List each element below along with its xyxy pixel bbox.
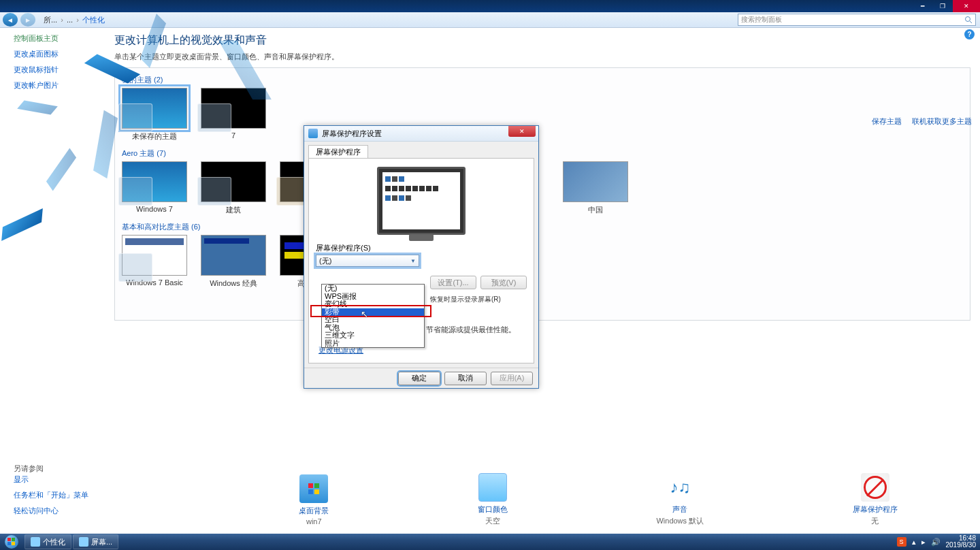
nav-forward-button[interactable]: ► bbox=[20, 13, 35, 27]
system-tray: S ▴ ▸ 🔊 16:48 2019/8/30 bbox=[897, 535, 981, 549]
minimize-button[interactable]: ━ bbox=[912, 0, 932, 12]
sidebar-link-account-pic[interactable]: 更改帐户图片 bbox=[14, 80, 105, 91]
screensaver-field-label: 屏幕保护程序(S) bbox=[316, 243, 527, 253]
screensaver-settings-dialog: 屏幕保护程序设置 ✕ 屏幕保护程序 屏幕保护程序(S) (无) ▼ 设置(T).… bbox=[304, 125, 539, 389]
dropdown-option[interactable]: 变幻线 bbox=[322, 300, 424, 308]
theme-label: Windows 经典 bbox=[201, 278, 266, 289]
taskbar-item-label: 屏幕... bbox=[91, 537, 112, 547]
sidebar-related-taskbar[interactable]: 任务栏和「开始」菜单 bbox=[14, 490, 88, 500]
search-input[interactable]: 搜索控制面板 bbox=[738, 14, 976, 26]
svg-rect-5 bbox=[314, 489, 319, 494]
start-button[interactable] bbox=[0, 534, 23, 550]
apply-button[interactable]: 应用(A) bbox=[491, 372, 533, 385]
theme-thumbnail bbox=[201, 88, 266, 129]
preview-monitor bbox=[377, 167, 466, 235]
theme-item[interactable]: 7 bbox=[201, 88, 266, 140]
sidebar-related-ease[interactable]: 轻松访问中心 bbox=[14, 506, 88, 516]
dialog-close-button[interactable]: ✕ bbox=[508, 126, 536, 137]
theme-panel[interactable]: 我的主题 (2) 未保存的主题 7 Aero 主题 (7) Wind bbox=[114, 67, 970, 321]
sidebar-home-link[interactable]: 控制面板主页 bbox=[14, 33, 105, 44]
sidebar-link-pointer[interactable]: 更改鼠标指针 bbox=[14, 65, 105, 75]
tray-clock[interactable]: 16:48 2019/8/30 bbox=[946, 535, 977, 549]
bottom-quicklinks: 桌面背景 win7 窗口颜色 天空 ♪♫ 声音 Windows 默认 屏幕保护程… bbox=[225, 471, 972, 528]
theme-item[interactable]: 建筑 bbox=[201, 161, 266, 215]
dialog-tab[interactable]: 屏幕保护程序 bbox=[308, 145, 368, 159]
dropdown-option[interactable]: 三维文字 bbox=[322, 331, 424, 340]
dialog-titlebar[interactable]: 屏幕保护程序设置 ✕ bbox=[304, 126, 538, 142]
theme-label: 未保存的主题 bbox=[122, 131, 187, 142]
dropdown-option[interactable]: WPS画报 bbox=[322, 293, 424, 301]
close-button[interactable]: ✕ bbox=[953, 0, 980, 12]
windows-logo-icon bbox=[7, 538, 16, 546]
group-my-themes: 我的主题 (2) bbox=[122, 75, 963, 85]
quicklink-desktop-bg[interactable]: 桌面背景 win7 bbox=[299, 474, 329, 525]
quicklink-window-color[interactable]: 窗口颜色 天空 bbox=[478, 473, 508, 526]
dropdown-option[interactable]: (无) bbox=[322, 285, 424, 293]
resume-checkbox-label[interactable]: 恢复时显示登录屏幕(R) bbox=[430, 295, 501, 304]
cursor-icon: ↖ bbox=[361, 309, 368, 319]
ok-button[interactable]: 确定 bbox=[398, 372, 440, 385]
quicklink-sound[interactable]: ♪♫ 声音 Windows 默认 bbox=[656, 473, 704, 526]
address-toolbar: ◄ ► 所... › ... › 个性化 搜索控制面板 bbox=[0, 12, 980, 28]
taskbar-item[interactable]: 屏幕... bbox=[73, 534, 118, 549]
dialog-title: 屏幕保护程序设置 bbox=[322, 129, 382, 139]
dialog-icon bbox=[308, 129, 318, 138]
theme-item[interactable]: Windows 经典 bbox=[201, 235, 266, 289]
quicklink-screensaver[interactable]: 屏幕保护程序 无 bbox=[853, 473, 898, 526]
dropdown-option[interactable]: 空白 bbox=[322, 316, 424, 324]
preview-button[interactable]: 预览(V) bbox=[480, 276, 527, 289]
link-save-theme[interactable]: 保存主题 bbox=[872, 117, 902, 125]
group-basic-themes: 基本和高对比度主题 (6) bbox=[122, 222, 963, 232]
sidebar-related-display[interactable]: 显示 bbox=[14, 474, 88, 485]
cancel-button[interactable]: 取消 bbox=[444, 372, 487, 385]
sidebar: 控制面板主页 更改桌面图标 更改鼠标指针 更改帐户图片 另请参阅 显示 任务栏和… bbox=[0, 28, 109, 534]
svg-rect-6 bbox=[7, 538, 11, 541]
breadcrumb-part[interactable]: 所... bbox=[44, 16, 57, 24]
quicklink-label: 桌面背景 bbox=[299, 506, 329, 516]
tray-up-icon[interactable]: ▴ bbox=[912, 538, 916, 547]
theme-thumbnail bbox=[201, 235, 266, 276]
link-online-themes[interactable]: 联机获取更多主题 bbox=[912, 117, 972, 125]
theme-item[interactable]: 未保存的主题 bbox=[122, 88, 187, 142]
screensaver-combobox[interactable]: (无) ▼ bbox=[316, 255, 419, 267]
theme-row: Windows 7 建筑 人物 中国 bbox=[122, 161, 963, 215]
svg-line-1 bbox=[970, 21, 972, 23]
svg-rect-4 bbox=[308, 489, 313, 494]
quicklink-value: 天空 bbox=[478, 516, 508, 526]
breadcrumb-current[interactable]: 个性化 bbox=[82, 16, 105, 24]
dropdown-option[interactable]: 照片 bbox=[322, 340, 424, 348]
breadcrumb-separator: › bbox=[76, 16, 79, 24]
theme-item[interactable]: Windows 7 Basic bbox=[122, 235, 187, 287]
theme-label: Windows 7 bbox=[122, 205, 187, 213]
maximize-button[interactable]: ❐ bbox=[932, 0, 953, 12]
action-center-icon[interactable]: ▸ bbox=[921, 538, 926, 547]
breadcrumb-part[interactable]: ... bbox=[67, 16, 73, 24]
quicklink-value: 无 bbox=[853, 516, 898, 526]
breadcrumb[interactable]: 所... › ... › 个性化 bbox=[44, 15, 105, 25]
theme-item[interactable]: 中国 bbox=[563, 161, 628, 215]
clock-date: 2019/8/30 bbox=[946, 542, 977, 549]
dropdown-option[interactable]: 气泡 bbox=[322, 324, 424, 332]
svg-rect-7 bbox=[12, 538, 15, 541]
volume-icon[interactable]: 🔊 bbox=[931, 538, 941, 547]
ime-icon[interactable]: S bbox=[897, 537, 906, 547]
search-icon bbox=[964, 16, 973, 24]
dropdown-option-selected[interactable]: 彩带 bbox=[322, 308, 424, 317]
search-placeholder: 搜索控制面板 bbox=[741, 15, 782, 25]
quicklink-value: win7 bbox=[299, 517, 329, 525]
taskbar-item[interactable]: 个性化 bbox=[24, 534, 71, 549]
theme-thumbnail bbox=[122, 88, 187, 129]
quicklink-value: Windows 默认 bbox=[656, 516, 704, 526]
theme-label: 7 bbox=[201, 131, 266, 140]
chevron-down-icon: ▼ bbox=[410, 258, 416, 264]
quicklink-label: 屏幕保护程序 bbox=[853, 504, 898, 515]
theme-item[interactable]: Windows 7 bbox=[122, 161, 187, 213]
sidebar-link-icons[interactable]: 更改桌面图标 bbox=[14, 49, 105, 59]
settings-button[interactable]: 设置(T)... bbox=[430, 276, 476, 289]
screensaver-dropdown-list[interactable]: (无) WPS画报 变幻线 彩带 空白 气泡 三维文字 照片 bbox=[321, 284, 425, 348]
page-title: 更改计算机上的视觉效果和声音 bbox=[114, 33, 970, 48]
quicklink-label: 窗口颜色 bbox=[478, 504, 508, 515]
taskbar[interactable]: 个性化 屏幕... S ▴ ▸ 🔊 16:48 2019/8/30 bbox=[0, 534, 980, 550]
breadcrumb-separator: › bbox=[61, 16, 63, 24]
nav-back-button[interactable]: ◄ bbox=[3, 13, 18, 27]
